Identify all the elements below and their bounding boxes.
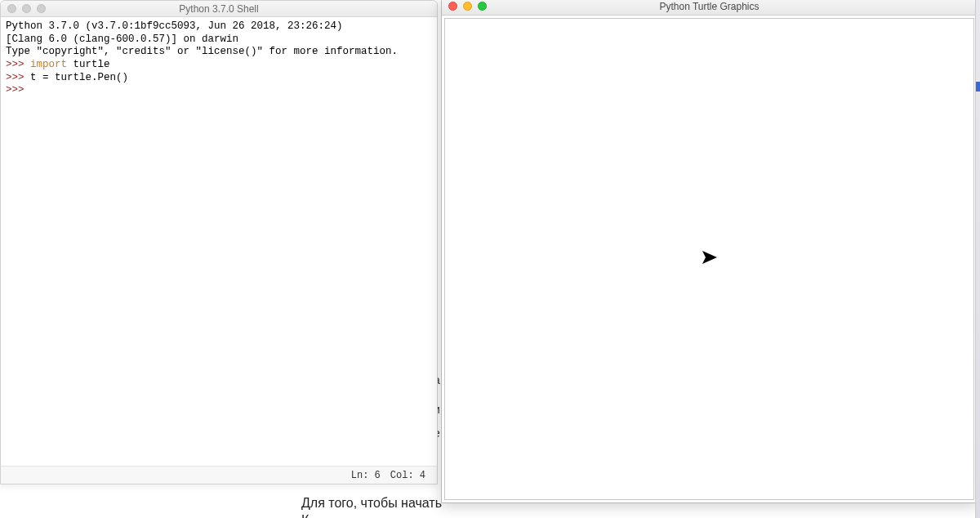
zoom-icon[interactable] <box>37 4 46 13</box>
shell-line-compiler: [Clang 6.0 (clang-600.0.57)] on darwin <box>6 33 238 45</box>
shell-output[interactable]: Python 3.7.0 (v3.7.0:1bf9cc5093, Jun 26 … <box>1 17 437 466</box>
turtle-cursor-icon <box>702 251 717 267</box>
turtle-window-title: Python Turtle Graphics <box>442 1 977 12</box>
keyword-import: import <box>30 59 67 70</box>
shell-line-version: Python 3.7.0 (v3.7.0:1bf9cc5093, Jun 26 … <box>6 20 343 32</box>
status-line: Ln: 6 <box>351 470 381 481</box>
turtle-graphics-window[interactable]: Python Turtle Graphics <box>441 0 978 503</box>
turtle-titlebar[interactable]: Python Turtle Graphics <box>442 0 977 16</box>
python-shell-window[interactable]: Python 3.7.0 Shell Python 3.7.0 (v3.7.0:… <box>0 0 438 485</box>
shell-line-hint: Type "copyright", "credits" or "license(… <box>6 46 398 57</box>
shell-prompt: >>> <box>6 59 24 70</box>
shell-code: t = turtle.Pen() <box>24 72 129 83</box>
page-text-line: К <box>301 513 309 518</box>
edge-accent <box>976 82 980 92</box>
minimize-icon[interactable] <box>22 4 31 13</box>
close-icon[interactable] <box>448 2 457 11</box>
shell-statusbar: Ln: 6 Col: 4 <box>1 466 437 484</box>
status-col: Col: 4 <box>390 470 425 481</box>
shell-code: turtle <box>67 59 110 70</box>
turtle-canvas[interactable] <box>444 18 974 500</box>
shell-titlebar[interactable]: Python 3.7.0 Shell <box>1 1 437 17</box>
shell-prompt: >>> <box>6 72 24 83</box>
offscreen-window-edge <box>975 0 980 518</box>
minimize-icon[interactable] <box>463 2 472 11</box>
traffic-lights-inactive <box>1 4 46 13</box>
close-icon[interactable] <box>7 4 16 13</box>
svg-marker-0 <box>702 251 717 264</box>
traffic-lights-active <box>442 2 487 11</box>
zoom-icon[interactable] <box>478 2 487 11</box>
shell-window-title: Python 3.7.0 Shell <box>1 3 437 15</box>
page-text-line: Для того, чтобы начать <box>301 496 442 511</box>
shell-prompt: >>> <box>6 84 24 96</box>
